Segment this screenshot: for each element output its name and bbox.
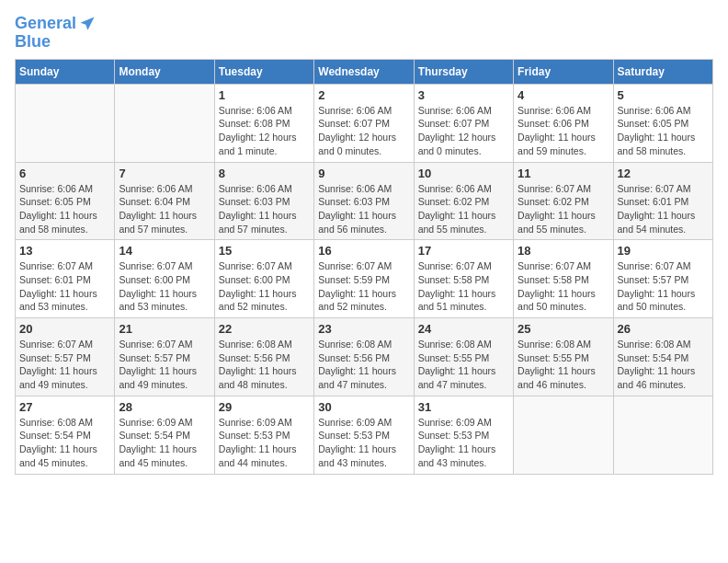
day-info: Sunrise: 6:06 AMSunset: 6:04 PMDaylight:… xyxy=(119,182,210,236)
day-number: 2 xyxy=(318,88,409,102)
day-number: 29 xyxy=(219,400,310,414)
day-number: 23 xyxy=(318,322,409,336)
calendar-cell: 28Sunrise: 6:09 AMSunset: 5:54 PMDayligh… xyxy=(115,396,214,474)
calendar-cell: 24Sunrise: 6:08 AMSunset: 5:55 PMDayligh… xyxy=(414,318,513,396)
calendar-cell: 27Sunrise: 6:08 AMSunset: 5:54 PMDayligh… xyxy=(16,396,115,474)
day-number: 24 xyxy=(418,322,509,336)
calendar-cell: 9Sunrise: 6:06 AMSunset: 6:03 PMDaylight… xyxy=(314,162,414,240)
calendar-header: SundayMondayTuesdayWednesdayThursdayFrid… xyxy=(16,59,713,84)
calendar-cell: 8Sunrise: 6:06 AMSunset: 6:03 PMDaylight… xyxy=(214,162,313,240)
day-number: 26 xyxy=(618,322,709,336)
day-number: 11 xyxy=(518,167,609,180)
day-number: 22 xyxy=(219,322,310,336)
day-info: Sunrise: 6:08 AMSunset: 5:55 PMDaylight:… xyxy=(518,338,609,392)
calendar-cell: 31Sunrise: 6:09 AMSunset: 5:53 PMDayligh… xyxy=(414,396,513,474)
day-number: 4 xyxy=(518,88,609,102)
day-number: 20 xyxy=(19,322,110,336)
day-number: 5 xyxy=(618,88,709,102)
day-info: Sunrise: 6:06 AMSunset: 6:03 PMDaylight:… xyxy=(219,182,310,236)
day-info: Sunrise: 6:09 AMSunset: 5:54 PMDaylight:… xyxy=(119,416,210,470)
day-number: 7 xyxy=(119,167,210,180)
day-info: Sunrise: 6:06 AMSunset: 6:06 PMDaylight:… xyxy=(518,104,609,158)
day-number: 9 xyxy=(318,167,409,180)
day-info: Sunrise: 6:08 AMSunset: 5:56 PMDaylight:… xyxy=(219,338,310,392)
day-info: Sunrise: 6:07 AMSunset: 6:01 PMDaylight:… xyxy=(618,182,709,236)
day-info: Sunrise: 6:07 AMSunset: 5:59 PMDaylight:… xyxy=(318,259,409,314)
calendar-cell: 22Sunrise: 6:08 AMSunset: 5:56 PMDayligh… xyxy=(214,318,313,396)
day-number: 8 xyxy=(219,167,310,180)
calendar-cell: 2Sunrise: 6:06 AMSunset: 6:07 PMDaylight… xyxy=(314,84,414,162)
calendar-cell: 16Sunrise: 6:07 AMSunset: 5:59 PMDayligh… xyxy=(314,240,414,318)
day-number: 16 xyxy=(318,244,409,258)
weekday-header: Friday xyxy=(514,59,613,84)
day-number: 18 xyxy=(518,244,609,258)
day-info: Sunrise: 6:07 AMSunset: 5:58 PMDaylight:… xyxy=(518,259,609,314)
day-number: 1 xyxy=(219,88,310,102)
calendar-cell: 1Sunrise: 6:06 AMSunset: 6:08 PMDaylight… xyxy=(214,84,313,162)
calendar-cell: 10Sunrise: 6:06 AMSunset: 6:02 PMDayligh… xyxy=(414,162,513,240)
day-number: 6 xyxy=(19,167,110,180)
calendar-cell: 23Sunrise: 6:08 AMSunset: 5:56 PMDayligh… xyxy=(314,318,414,396)
day-info: Sunrise: 6:07 AMSunset: 6:00 PMDaylight:… xyxy=(119,259,210,314)
day-info: Sunrise: 6:07 AMSunset: 6:02 PMDaylight:… xyxy=(518,182,609,236)
day-info: Sunrise: 6:06 AMSunset: 6:03 PMDaylight:… xyxy=(318,182,409,236)
calendar-cell: 15Sunrise: 6:07 AMSunset: 6:00 PMDayligh… xyxy=(214,240,313,318)
day-info: Sunrise: 6:08 AMSunset: 5:56 PMDaylight:… xyxy=(318,338,409,392)
calendar-cell: 3Sunrise: 6:06 AMSunset: 6:07 PMDaylight… xyxy=(414,84,513,162)
day-number: 3 xyxy=(418,88,509,102)
day-info: Sunrise: 6:06 AMSunset: 6:08 PMDaylight:… xyxy=(219,104,310,158)
day-number: 15 xyxy=(219,244,310,258)
day-info: Sunrise: 6:07 AMSunset: 5:57 PMDaylight:… xyxy=(119,338,210,392)
calendar-cell: 12Sunrise: 6:07 AMSunset: 6:01 PMDayligh… xyxy=(613,162,712,240)
calendar-cell: 14Sunrise: 6:07 AMSunset: 6:00 PMDayligh… xyxy=(115,240,214,318)
day-info: Sunrise: 6:07 AMSunset: 6:01 PMDaylight:… xyxy=(19,259,110,314)
day-info: Sunrise: 6:08 AMSunset: 5:55 PMDaylight:… xyxy=(418,338,509,392)
calendar-cell: 7Sunrise: 6:06 AMSunset: 6:04 PMDaylight… xyxy=(115,162,214,240)
calendar-cell xyxy=(16,84,115,162)
day-info: Sunrise: 6:07 AMSunset: 5:57 PMDaylight:… xyxy=(19,338,110,392)
calendar-cell: 6Sunrise: 6:06 AMSunset: 6:05 PMDaylight… xyxy=(16,162,115,240)
calendar-cell: 11Sunrise: 6:07 AMSunset: 6:02 PMDayligh… xyxy=(514,162,613,240)
calendar-week-row: 20Sunrise: 6:07 AMSunset: 5:57 PMDayligh… xyxy=(16,318,713,396)
weekday-header: Sunday xyxy=(16,59,115,84)
calendar-week-row: 13Sunrise: 6:07 AMSunset: 6:01 PMDayligh… xyxy=(16,240,713,318)
calendar-week-row: 1Sunrise: 6:06 AMSunset: 6:08 PMDaylight… xyxy=(16,84,713,162)
day-info: Sunrise: 6:06 AMSunset: 6:02 PMDaylight:… xyxy=(418,182,509,236)
logo-blue: Blue xyxy=(15,33,97,52)
calendar-cell: 21Sunrise: 6:07 AMSunset: 5:57 PMDayligh… xyxy=(115,318,214,396)
weekday-header: Thursday xyxy=(414,59,513,84)
weekday-header: Saturday xyxy=(613,59,712,84)
day-info: Sunrise: 6:06 AMSunset: 6:07 PMDaylight:… xyxy=(418,104,509,158)
calendar-table: SundayMondayTuesdayWednesdayThursdayFrid… xyxy=(15,59,713,475)
day-info: Sunrise: 6:07 AMSunset: 5:57 PMDaylight:… xyxy=(618,259,709,314)
calendar-cell: 25Sunrise: 6:08 AMSunset: 5:55 PMDayligh… xyxy=(514,318,613,396)
day-number: 27 xyxy=(19,400,110,414)
logo-text: General xyxy=(15,15,76,33)
day-info: Sunrise: 6:06 AMSunset: 6:05 PMDaylight:… xyxy=(618,104,709,158)
calendar-body: 1Sunrise: 6:06 AMSunset: 6:08 PMDaylight… xyxy=(16,84,713,474)
weekday-header: Tuesday xyxy=(214,59,313,84)
logo-general: General xyxy=(15,14,76,32)
day-info: Sunrise: 6:09 AMSunset: 5:53 PMDaylight:… xyxy=(318,416,409,470)
day-number: 17 xyxy=(418,244,509,258)
day-number: 30 xyxy=(318,400,409,414)
day-number: 31 xyxy=(418,400,509,414)
calendar-week-row: 6Sunrise: 6:06 AMSunset: 6:05 PMDaylight… xyxy=(16,162,713,240)
calendar-cell: 18Sunrise: 6:07 AMSunset: 5:58 PMDayligh… xyxy=(514,240,613,318)
calendar-cell: 5Sunrise: 6:06 AMSunset: 6:05 PMDaylight… xyxy=(613,84,712,162)
day-info: Sunrise: 6:09 AMSunset: 5:53 PMDaylight:… xyxy=(418,416,509,470)
weekday-row: SundayMondayTuesdayWednesdayThursdayFrid… xyxy=(16,59,713,84)
calendar-cell: 13Sunrise: 6:07 AMSunset: 6:01 PMDayligh… xyxy=(16,240,115,318)
day-number: 13 xyxy=(19,244,110,258)
day-number: 19 xyxy=(618,244,709,258)
calendar-cell: 30Sunrise: 6:09 AMSunset: 5:53 PMDayligh… xyxy=(314,396,414,474)
weekday-header: Monday xyxy=(115,59,214,84)
calendar-week-row: 27Sunrise: 6:08 AMSunset: 5:54 PMDayligh… xyxy=(16,396,713,474)
calendar-cell xyxy=(613,396,712,474)
logo-bird-icon xyxy=(78,15,97,33)
day-info: Sunrise: 6:07 AMSunset: 5:58 PMDaylight:… xyxy=(418,259,509,314)
weekday-header: Wednesday xyxy=(314,59,414,84)
header: General Blue xyxy=(15,15,713,52)
logo: General Blue xyxy=(15,15,97,52)
calendar-cell: 17Sunrise: 6:07 AMSunset: 5:58 PMDayligh… xyxy=(414,240,513,318)
